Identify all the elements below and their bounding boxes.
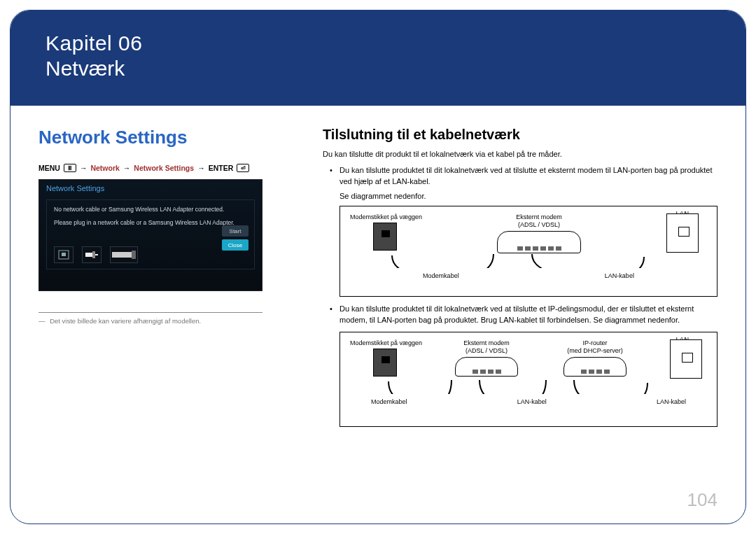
diagram-2: LAN Modemstikket på væggen Eksternt mode… (340, 332, 718, 427)
breadcrumb-enter: ENTER (209, 164, 234, 172)
adapter-icon (110, 246, 138, 263)
screenshot-panel: No network cable or Samsung Wireless LAN… (46, 199, 255, 269)
enter-icon: ⏎ (237, 164, 249, 172)
settings-screenshot: Network Settings No network cable or Sam… (38, 179, 262, 291)
svg-rect-2 (85, 253, 92, 257)
wall-jack-icon-2 (373, 349, 397, 377)
start-button: Start (222, 225, 248, 237)
bullet-item-2: Du kan tilslutte produktet til dit lokal… (323, 304, 718, 326)
cable-plug-icon (82, 246, 102, 263)
lan-socket-icon-2 (670, 339, 702, 379)
arrow-icon: → (123, 164, 131, 172)
screenshot-title: Network Settings (39, 180, 262, 195)
modem-cable-label: Modemkabel (423, 272, 459, 279)
lan-socket-icon (666, 213, 699, 253)
sub-line-1: Se diagrammet nedenfor. (323, 192, 718, 200)
svg-rect-3 (92, 251, 95, 258)
arrow-icon: → (80, 164, 88, 172)
page-frame: Kapitel 06 Netværk Network Settings MENU… (10, 10, 746, 524)
breadcrumb-network-settings: Network Settings (134, 164, 194, 172)
bullet-list-2: Du kan tilslutte produktet til dit lokal… (323, 304, 718, 326)
wall-jack-label-2: Modemstikket på væggen (350, 339, 420, 346)
close-button: Close (222, 239, 248, 251)
right-section-title: Tilslutning til et kabelnetværk (323, 127, 718, 143)
screenshot-message-2: Please plug in a network cable or a Sams… (54, 219, 247, 227)
screenshot-icons (54, 246, 138, 263)
bullet-item-1: Du kan tilslutte produktet til dit lokal… (323, 165, 718, 188)
wall-jack-icon (373, 223, 397, 251)
svg-rect-5 (112, 252, 132, 258)
router-icon (564, 357, 626, 377)
left-column: Network Settings MENU Ⅲ → Network → Netw… (38, 127, 298, 434)
breadcrumb-menu: MENU (38, 164, 60, 172)
arrow-icon: → (197, 164, 205, 172)
modem-label: Eksternt modem (483, 213, 595, 220)
content-area: Network Settings MENU Ⅲ → Network → Netw… (10, 106, 746, 434)
lan-cable-label-2a: LAN-kabel (517, 398, 547, 405)
breadcrumb: MENU Ⅲ → Network → Network Settings → EN… (38, 164, 298, 172)
right-column: Tilslutning til et kabelnetværk Du kan t… (323, 127, 718, 434)
modem-label-2: Eksternt modem (448, 339, 525, 346)
svg-rect-6 (132, 251, 136, 259)
lan-cable-label-2b: LAN-kabel (657, 398, 686, 405)
lan-port-icon (54, 246, 74, 263)
diagram-1: LAN Modemstikket på væggen Eksternt mode… (340, 206, 718, 297)
modem-sublabel: (ADSL / VDSL) (483, 221, 595, 228)
modem-sublabel-2: (ADSL / VDSL) (448, 347, 525, 354)
page-number: 104 (687, 489, 718, 511)
modem-cable-label-2: Modemkabel (371, 398, 407, 405)
menu-icon: Ⅲ (64, 164, 76, 172)
chapter-header: Kapitel 06 Netværk (10, 10, 746, 106)
wall-jack-label: Modemstikket på væggen (350, 213, 420, 220)
footnote-dash: ― (38, 317, 46, 325)
modem-icon (497, 231, 581, 253)
screenshot-message-1: No network cable or Samsung Wireless LAN… (54, 206, 247, 213)
section-title: Network Settings (38, 127, 298, 148)
lan-cable-label: LAN-kabel (605, 272, 634, 279)
modem-icon-2 (455, 357, 518, 377)
router-label: IP-router (553, 339, 637, 346)
svg-rect-1 (62, 253, 66, 256)
intro-text: Du kan tilslutte dit produkt til et loka… (323, 150, 718, 158)
footnote-separator (38, 312, 262, 313)
router-sublabel: (med DHCP-server) (553, 347, 637, 354)
breadcrumb-network: Network (90, 164, 119, 172)
bullet-list: Du kan tilslutte produktet til dit lokal… (323, 165, 718, 188)
chapter-number: Kapitel 06 (46, 31, 710, 55)
footnote: ― Det viste billede kan variere afhængig… (38, 317, 298, 325)
footnote-text: Det viste billede kan variere afhængigt … (50, 317, 201, 325)
chapter-title: Netværk (46, 57, 710, 80)
